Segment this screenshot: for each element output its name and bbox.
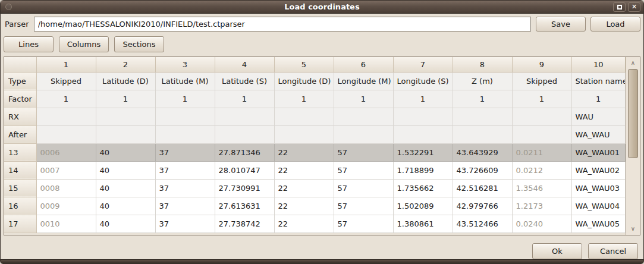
table-cell[interactable]: 40 (96, 161, 155, 179)
table-cell[interactable]: Latitude (D) (96, 72, 155, 90)
table-cell[interactable]: 27.738742 (215, 215, 274, 232)
table-cell[interactable]: 0.0211 (512, 143, 571, 161)
table-cell[interactable]: 57 (334, 215, 393, 232)
table-cell[interactable]: 1.718899 (393, 161, 453, 179)
table-cell[interactable]: 0.0240 (512, 215, 571, 232)
table-cell[interactable]: 28.010747 (215, 161, 274, 179)
table-cell[interactable]: Longitude (D) (274, 72, 334, 90)
maximize-button[interactable] (613, 2, 626, 12)
table-cell[interactable] (334, 108, 393, 125)
scroll-down-icon[interactable]: ∨ (627, 224, 639, 234)
table-cell[interactable]: WA_WAU02 (571, 161, 626, 179)
table-cell[interactable] (36, 108, 96, 125)
table-cell[interactable] (155, 108, 215, 125)
table-cell[interactable]: Skipped (36, 72, 96, 90)
table-cell[interactable]: 0006 (36, 143, 96, 161)
table-cell[interactable]: 37 (155, 143, 215, 161)
table-cell[interactable]: 27.871346 (215, 143, 274, 161)
table-cell[interactable]: 27.730991 (215, 179, 274, 197)
table-cell[interactable]: 37 (155, 161, 215, 179)
column-number-header[interactable]: 7 (393, 57, 453, 72)
table-cell[interactable]: 1 (453, 90, 512, 108)
table-cell[interactable]: Station name (571, 72, 626, 90)
table-cell[interactable]: 40 (96, 197, 155, 215)
table-cell[interactable]: 1 (571, 90, 626, 108)
vertical-scrollbar[interactable]: ∧ ∨ (626, 57, 640, 235)
table-cell[interactable]: WA_WAU05 (571, 215, 626, 232)
column-number-header[interactable]: 10 (571, 57, 626, 72)
table-cell[interactable]: WAU (571, 108, 626, 125)
table-cell[interactable]: 22 (274, 197, 334, 215)
table-cell[interactable] (155, 125, 215, 143)
column-number-header[interactable]: 8 (453, 57, 512, 72)
table-cell[interactable] (96, 108, 155, 125)
lines-button[interactable]: Lines (4, 36, 54, 52)
table-cell[interactable]: 0008 (36, 179, 96, 197)
table-cell[interactable]: 43.643929 (453, 143, 512, 161)
row-header[interactable]: 15 (4, 179, 36, 197)
sections-button[interactable]: Sections (114, 36, 164, 52)
table-cell[interactable]: 57 (334, 143, 393, 161)
table-cell[interactable]: 1.735662 (393, 179, 453, 197)
table-cell[interactable] (334, 125, 393, 143)
table-cell[interactable]: 1 (334, 90, 393, 108)
row-header[interactable]: After (4, 125, 36, 143)
column-number-header[interactable]: 3 (155, 57, 215, 72)
table-cell[interactable]: 0007 (36, 161, 96, 179)
columns-button[interactable]: Columns (59, 36, 109, 52)
save-button[interactable]: Save (536, 17, 586, 32)
table-cell[interactable]: 40 (96, 143, 155, 161)
table-cell[interactable] (274, 125, 334, 143)
column-number-header[interactable]: 1 (36, 57, 96, 72)
table-cell[interactable]: 43.512466 (453, 215, 512, 232)
table-cell[interactable]: 27.613631 (215, 197, 274, 215)
parser-path-input[interactable] (34, 17, 531, 32)
column-number-header[interactable]: 2 (96, 57, 155, 72)
table-cell[interactable] (393, 108, 453, 125)
table-cell[interactable] (453, 125, 512, 143)
table-cell[interactable]: WA_WAU03 (571, 179, 626, 197)
table-cell[interactable] (215, 108, 274, 125)
column-number-header[interactable]: 9 (512, 57, 571, 72)
column-number-header[interactable]: 6 (334, 57, 393, 72)
table-cell[interactable]: Z (m) (453, 72, 512, 90)
table-cell[interactable]: 40 (96, 215, 155, 232)
table-cell[interactable]: 37 (155, 179, 215, 197)
ok-button[interactable]: Ok (532, 243, 582, 259)
table-cell[interactable]: Longitude (S) (393, 72, 453, 90)
table-cell[interactable]: WA_WAU04 (571, 197, 626, 215)
table-cell[interactable]: 42.516281 (453, 179, 512, 197)
titlebar[interactable]: Load coordinates ✕ (1, 1, 643, 14)
table-cell[interactable]: 1.2173 (512, 197, 571, 215)
table-cell[interactable]: 0.0212 (512, 161, 571, 179)
table-cell[interactable]: Longitude (M) (334, 72, 393, 90)
table-cell[interactable]: WA_WAU01 (571, 143, 626, 161)
table-cell[interactable]: 1.3546 (512, 179, 571, 197)
table-cell[interactable]: 57 (334, 161, 393, 179)
table-cell[interactable] (512, 125, 571, 143)
table-cell[interactable]: 1.532291 (393, 143, 453, 161)
row-header[interactable]: 17 (4, 215, 36, 232)
table-cell[interactable]: 1 (36, 90, 96, 108)
column-number-header[interactable]: 5 (274, 57, 334, 72)
table-cell[interactable]: 22 (274, 143, 334, 161)
row-header[interactable]: 16 (4, 197, 36, 215)
table-cell[interactable] (453, 108, 512, 125)
table-cell[interactable]: 1 (215, 90, 274, 108)
table-cell[interactable]: 22 (274, 215, 334, 232)
cancel-button[interactable]: Cancel (588, 243, 638, 259)
table-cell[interactable]: 57 (334, 179, 393, 197)
table-cell[interactable] (96, 125, 155, 143)
table-cell[interactable]: 1.380861 (393, 215, 453, 232)
table-cell[interactable]: 37 (155, 215, 215, 232)
table-cell[interactable]: 40 (96, 179, 155, 197)
table-cell[interactable]: 43.726609 (453, 161, 512, 179)
row-header[interactable]: 13 (4, 143, 36, 161)
table-cell[interactable]: Skipped (512, 72, 571, 90)
table-cell[interactable] (36, 125, 96, 143)
close-button[interactable]: ✕ (628, 2, 640, 12)
row-header[interactable]: 14 (4, 161, 36, 179)
row-header[interactable]: RX (4, 108, 36, 125)
table-cell[interactable]: 1 (274, 90, 334, 108)
table-cell[interactable] (512, 108, 571, 125)
